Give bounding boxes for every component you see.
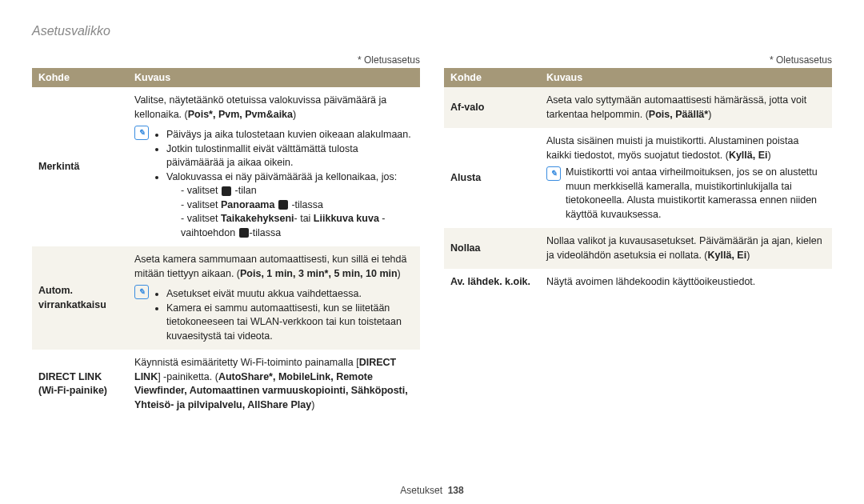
- default-note-left: * Oletusasetus: [32, 54, 420, 66]
- row-nollaa-desc: Nollaa valikot ja kuvausasetukset. Päivä…: [540, 228, 832, 269]
- merkinta-d1: valitset -tilan: [181, 184, 414, 198]
- alusta-note-body: Muistikortti voi antaa virheilmoituksen,…: [566, 166, 826, 222]
- nollaa-t1: Nollaa valikot ja kuvausasetukset. Päivä…: [546, 235, 822, 261]
- row-afvalo-desc: Aseta valo syttymään automaattisesti häm…: [540, 87, 832, 128]
- row-afvalo-label: Af-valo: [444, 87, 540, 128]
- alusta-tb: Kyllä, Ei: [729, 150, 768, 161]
- note-icon: ✎: [134, 126, 149, 140]
- row-alusta-label: Alusta: [444, 128, 540, 228]
- row-autom-label: Autom. virrankatkaisu: [32, 246, 128, 350]
- merkinta-n3: Valokuvassa ei näy päivämäärää ja kellon…: [166, 170, 414, 241]
- settings-table-left: Kohde Kuvaus Merkintä Valitse, näytetään…: [32, 68, 420, 418]
- merkinta-n3-t: Valokuvassa ei näy päivämäärää ja kellon…: [166, 171, 397, 182]
- merkinta-note: ✎ Päiväys ja aika tulostetaan kuvien oik…: [134, 125, 414, 240]
- th-kohde: Kohde: [32, 68, 128, 87]
- merkinta-n1: Päiväys ja aika tulostetaan kuvien oikea…: [166, 128, 414, 142]
- right-column: * Oletusasetus Kohde Kuvaus Af-valo Aset…: [444, 54, 832, 418]
- page-title: Asetusvalikko: [32, 24, 832, 38]
- alusta-note: ✎ Muistikortti voi antaa virheilmoitukse…: [546, 166, 826, 222]
- autom-note: ✎ Asetukset eivät muutu akkua vaihdettae…: [134, 284, 414, 343]
- autom-n1: Asetukset eivät muutu akkua vaihdettaess…: [166, 287, 414, 302]
- dlink-l3: ): [311, 399, 314, 410]
- page-footer: Asetukset 138: [0, 485, 864, 496]
- note-icon: ✎: [546, 166, 561, 181]
- merkinta-note-body: Päiväys ja aika tulostetaan kuvien oikea…: [154, 125, 414, 240]
- autom-intro-end: ): [398, 268, 401, 279]
- row-av-desc: Näytä avoimen lähdekoodin käyttöoikeusti…: [540, 269, 832, 296]
- row-dlink-desc: Käynnistä esimääritetty Wi-Fi-toiminto p…: [128, 350, 420, 418]
- default-note-right: * Oletusasetus: [444, 54, 832, 66]
- mode-icon: [278, 200, 288, 210]
- row-alusta-desc: Alusta sisäinen muisti ja muistikortti. …: [540, 128, 832, 228]
- merkinta-n2: Jotkin tulostinmallit eivät välttämättä …: [166, 142, 414, 170]
- merkinta-bold: Pois*, Pvm, Pvm&aika: [188, 109, 293, 120]
- dlink-l1: Käynnistä esimääritetty Wi-Fi-toiminto p…: [134, 357, 359, 368]
- row-autom-desc: Aseta kamera sammumaan automaattisesti, …: [128, 246, 420, 350]
- footer-page: 138: [448, 485, 464, 496]
- merkinta-d2: valitset Panoraama -tilassa: [181, 198, 414, 213]
- afvalo-tb: Pois, Päällä*: [649, 109, 708, 120]
- autom-bold: Pois, 1 min, 3 min*, 5 min, 10 min: [240, 268, 398, 279]
- settings-table-right: Kohde Kuvaus Af-valo Aseta valo syttymää…: [444, 68, 832, 296]
- autom-note-body: Asetukset eivät muutu akkua vaihdettaess…: [154, 284, 414, 343]
- content-columns: * Oletusasetus Kohde Kuvaus Merkintä Val…: [32, 54, 832, 418]
- dlink-l1c: ] -painiketta. (: [158, 371, 218, 382]
- th-kohde: Kohde: [444, 68, 540, 87]
- mode-icon: [239, 228, 249, 238]
- row-merkinta-label: Merkintä: [32, 87, 128, 246]
- nollaa-t2: ): [746, 250, 750, 261]
- row-dlink-label: DIRECT LINK (Wi-Fi-painike): [32, 350, 128, 418]
- merkinta-intro-end: ): [293, 109, 296, 120]
- th-kuvaus: Kuvaus: [128, 68, 420, 87]
- th-kuvaus: Kuvaus: [540, 68, 832, 87]
- row-av-label: Av. lähdek. k.oik.: [444, 269, 540, 296]
- row-merkinta-desc: Valitse, näytetäänkö otetuissa valokuvis…: [128, 87, 420, 246]
- afvalo-t2: ): [708, 109, 711, 120]
- row-nollaa-label: Nollaa: [444, 228, 540, 269]
- note-icon: ✎: [134, 285, 149, 299]
- left-column: * Oletusasetus Kohde Kuvaus Merkintä Val…: [32, 54, 420, 418]
- autom-n2: Kamera ei sammu automaattisesti, kun se …: [166, 302, 414, 344]
- footer-section: Asetukset: [400, 485, 442, 496]
- alusta-t2: ): [768, 150, 771, 161]
- merkinta-d3: valitset Taikakehykseni- tai Liikkuva ku…: [181, 212, 414, 240]
- mode-icon: [222, 186, 231, 196]
- nollaa-tb: Kyllä, Ei: [708, 250, 747, 261]
